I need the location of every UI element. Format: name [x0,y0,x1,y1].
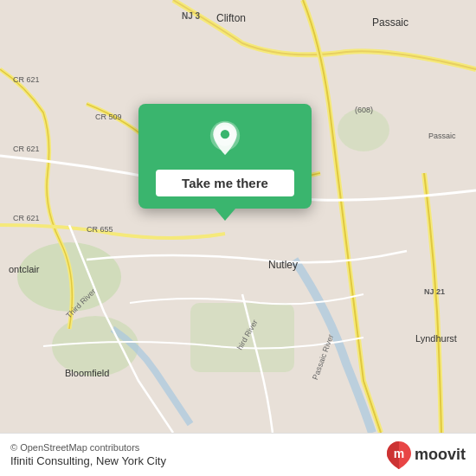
svg-text:CR 621: CR 621 [13,214,40,222]
svg-text:(608): (608) [355,106,373,114]
svg-point-26 [221,130,229,138]
svg-text:Passaic: Passaic [372,16,408,29]
svg-text:ontclair: ontclair [9,264,40,274]
svg-text:Bloomfield: Bloomfield [65,368,109,378]
svg-text:Nutley: Nutley [268,259,298,271]
app-title: Ifiniti Consulting, New York City [10,454,166,467]
map-container: NJ 3 CR 621 CR 621 CR 621 CR 509 CR 509 … [0,0,476,433]
svg-point-4 [338,108,389,151]
moovit-wordmark: moovit [415,446,466,464]
bottom-bar: © OpenStreetMap contributors Ifiniti Con… [0,433,476,476]
svg-text:CR 655: CR 655 [87,225,113,234]
svg-text:Passaic: Passaic [428,132,456,140]
svg-text:CR 621: CR 621 [13,75,40,84]
moovit-logo[interactable]: m moovit [387,441,466,469]
bottom-left-info: © OpenStreetMap contributors Ifiniti Con… [10,442,166,467]
moovit-pin-icon: m [387,441,411,469]
svg-text:Lyndhurst: Lyndhurst [415,333,457,344]
popup-card: Take me there [138,104,312,209]
svg-text:NJ 3: NJ 3 [182,11,201,21]
attribution-text: © OpenStreetMap contributors [10,442,166,453]
svg-text:Clifton: Clifton [216,12,246,24]
map-svg: NJ 3 CR 621 CR 621 CR 621 CR 509 CR 509 … [0,0,476,433]
take-me-there-button[interactable]: Take me there [156,170,294,196]
location-pin-icon [204,119,246,161]
svg-text:NJ 21: NJ 21 [424,287,445,296]
svg-text:CR 621: CR 621 [13,145,40,153]
svg-text:m: m [394,447,404,460]
svg-text:CR 509: CR 509 [95,113,122,121]
